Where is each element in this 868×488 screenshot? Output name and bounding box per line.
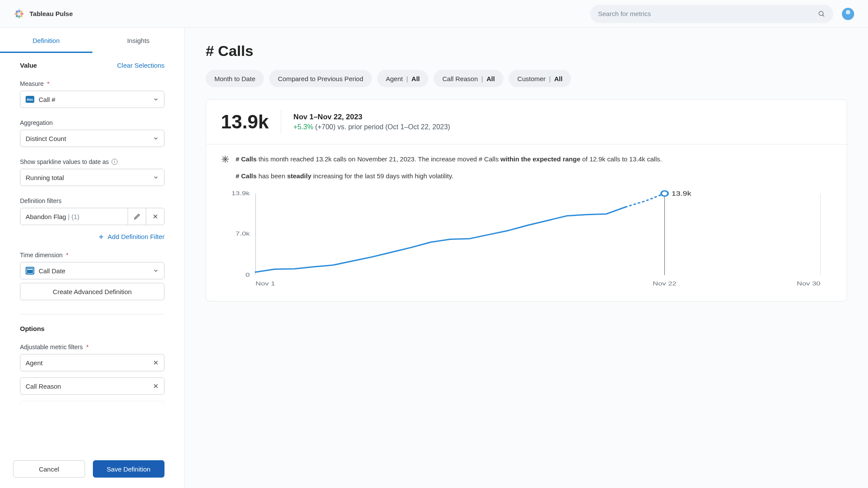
svg-line-32	[223, 157, 224, 157]
svg-text:0: 0	[246, 272, 250, 278]
svg-text:13.9k: 13.9k	[231, 190, 250, 196]
adjustable-filter-label: Call Reason	[26, 383, 61, 390]
tab-definition[interactable]: Definition	[0, 28, 92, 53]
vertical-divider	[281, 110, 281, 134]
adjustable-filter-call-reason[interactable]: Call Reason	[20, 377, 164, 395]
sparkline-select[interactable]: Running total	[20, 169, 164, 186]
date-type-icon	[26, 267, 34, 275]
insight-icon	[221, 155, 230, 164]
abc-type-icon: Abc	[26, 96, 34, 103]
adjustable-filter-agent[interactable]: Agent	[20, 354, 164, 371]
app-header: Tableau Pulse	[0, 0, 868, 28]
filter-chip[interactable]: Compared to Previous Period	[269, 70, 372, 87]
filter-chip[interactable]: Agent|All	[377, 70, 428, 87]
svg-text:7.0k: 7.0k	[236, 230, 250, 236]
filter-chips-row: Month to DateCompared to Previous Period…	[206, 70, 847, 87]
search-field[interactable]	[590, 5, 833, 23]
adjustable-filter-partial	[20, 401, 164, 405]
card-body: # Calls this month reached 13.2k calls o…	[206, 144, 847, 301]
search-icon	[818, 10, 825, 18]
svg-line-35	[223, 161, 224, 162]
svg-text:Nov 30: Nov 30	[797, 280, 821, 286]
definition-panel: Value Clear Selections Measure* Abc Call…	[0, 53, 184, 452]
sidebar-tabs: Definition Insights	[0, 28, 184, 53]
svg-text:Nov 22: Nov 22	[653, 280, 677, 286]
tab-insights[interactable]: Insights	[92, 28, 185, 53]
close-icon	[152, 213, 158, 219]
insight-main: # Calls this month reached 13.2k calls o…	[236, 154, 662, 164]
aggregation-label: Aggregation	[20, 119, 164, 126]
filter-chip[interactable]: Call Reason|All	[434, 70, 503, 87]
close-icon[interactable]	[153, 383, 159, 389]
options-section-label: Options	[20, 325, 164, 332]
kpi-value: 13.9k	[221, 112, 269, 131]
remove-filter-button[interactable]	[146, 208, 164, 225]
measure-value: Call #	[39, 96, 55, 103]
kpi-date-range: Nov 1–Nov 22, 2023	[293, 113, 450, 121]
pencil-icon	[134, 213, 141, 220]
info-icon: i	[112, 159, 118, 165]
chevron-down-icon	[153, 268, 159, 274]
time-dimension-select[interactable]: Call Date	[20, 262, 164, 279]
save-definition-button[interactable]: Save Definition	[93, 460, 165, 478]
chevron-down-icon	[153, 174, 159, 180]
aggregation-value: Distinct Count	[26, 135, 66, 142]
definition-filter-label: Abandon Flag | (1)	[20, 213, 128, 220]
adjustable-filters-label: Adjustable metric filters*	[20, 344, 164, 350]
create-advanced-definition-button[interactable]: Create Advanced Definition	[20, 283, 164, 300]
svg-text:13.9k: 13.9k	[671, 190, 691, 197]
svg-line-33	[227, 161, 228, 162]
header-right	[590, 5, 854, 23]
sparkline-value: Running total	[26, 174, 64, 181]
brand: Tableau Pulse	[14, 9, 73, 19]
kpi-delta: +5.3% (+700) vs. prior period (Oct 1–Oct…	[293, 123, 450, 131]
filter-chip[interactable]: Month to Date	[206, 70, 264, 87]
sidebar: Definition Insights Value Clear Selectio…	[0, 28, 185, 488]
insight-row: # Calls this month reached 13.2k calls o…	[221, 154, 832, 181]
time-dimension-label: Time dimension*	[20, 252, 164, 259]
clear-selections-link[interactable]: Clear Selections	[117, 62, 164, 69]
close-icon[interactable]	[153, 360, 159, 366]
aggregation-select[interactable]: Distinct Count	[20, 130, 164, 147]
filter-chip[interactable]: Customer|All	[509, 70, 571, 87]
chevron-down-icon	[153, 135, 159, 141]
plus-icon	[98, 234, 104, 240]
sidebar-footer: Cancel Save Definition	[0, 452, 184, 488]
svg-line-34	[227, 157, 228, 157]
divider	[20, 314, 164, 314]
insight-secondary: # Calls has been steadily increasing for…	[236, 171, 662, 181]
adjustable-filter-label: Agent	[26, 359, 43, 367]
measure-select[interactable]: Abc Call #	[20, 91, 164, 108]
definition-filter-abandon-flag[interactable]: Abandon Flag | (1)	[20, 208, 164, 225]
svg-point-16	[819, 11, 823, 16]
chart-svg: 13.9k7.0k013.9kNov 1Nov 22Nov 30	[221, 188, 832, 288]
time-dimension-value: Call Date	[39, 267, 66, 275]
brand-title: Tableau Pulse	[30, 10, 73, 17]
tableau-logo-icon	[14, 9, 24, 19]
main-content: # Calls Month to DateCompared to Previou…	[185, 28, 868, 488]
cancel-button[interactable]: Cancel	[13, 460, 85, 478]
add-definition-filter-link[interactable]: Add Definition Filter	[20, 233, 164, 240]
search-input[interactable]	[598, 10, 818, 17]
kpi-summary: Nov 1–Nov 22, 2023 +5.3% (+700) vs. prio…	[293, 113, 450, 131]
value-section-label: Value	[20, 62, 37, 69]
svg-line-17	[822, 15, 824, 16]
svg-point-27	[225, 159, 226, 160]
user-avatar[interactable]	[842, 8, 854, 20]
definition-filters-label: Definition filters	[20, 197, 164, 204]
chevron-down-icon	[153, 96, 159, 102]
svg-point-42	[661, 191, 668, 196]
sparkline-label: Show sparkline values to date as i	[20, 158, 164, 165]
trend-chart: 13.9k7.0k013.9kNov 1Nov 22Nov 30	[221, 188, 832, 288]
metric-title: # Calls	[206, 43, 847, 59]
edit-filter-button[interactable]	[128, 208, 146, 225]
kpi-header: 13.9k Nov 1–Nov 22, 2023 +5.3% (+700) vs…	[206, 100, 847, 144]
metric-card: 13.9k Nov 1–Nov 22, 2023 +5.3% (+700) vs…	[206, 99, 847, 301]
measure-label: Measure*	[20, 80, 164, 87]
svg-text:Nov 1: Nov 1	[256, 280, 275, 286]
insight-texts: # Calls this month reached 13.2k calls o…	[236, 154, 662, 181]
